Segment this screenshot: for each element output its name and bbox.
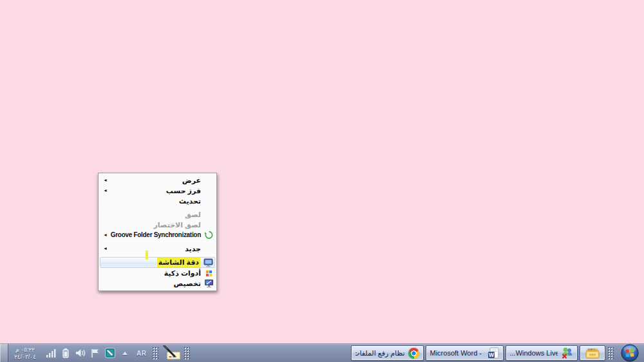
svg-text:W: W [488,352,494,358]
menu-item-new[interactable]: جديد ◄ [99,243,216,254]
menu-item-sort-by[interactable]: فرز حسب ◄ [99,186,216,196]
menu-item-label: دقة الشاشة [157,258,200,267]
screen-resolution-icon [204,258,213,267]
tablet-pen-input-icon[interactable] [160,345,182,361]
taskbar-button-label: ...Windows Live Me [510,349,558,357]
action-center-flag-icon[interactable] [90,348,100,358]
chrome-icon [408,348,419,359]
taskbar-button-windows-live-messenger[interactable]: ...Windows Live Me [506,345,578,361]
submenu-arrow-icon: ◄ [103,175,108,186]
explorer-folder-icon [585,347,600,359]
system-tray: AR [42,348,151,358]
personalize-icon [204,279,214,288]
menu-item-label: جديد [185,245,201,252]
menu-separator [100,255,215,256]
gadgets-icon [204,269,214,278]
network-signal-icon[interactable] [46,348,56,358]
menu-item-label: فرز حسب [166,187,201,195]
menu-item-gadgets[interactable]: أدوات ذكية [99,268,216,278]
menu-item-label: تخصيص [174,280,201,287]
language-indicator[interactable]: AR [135,350,148,357]
toolbar-grip[interactable] [608,347,614,359]
menu-separator [100,207,215,208]
menu-item-groove-folder-sync[interactable]: Groove Folder Synchronization ◄ [99,230,216,240]
submenu-arrow-icon: ◄ [103,230,108,240]
menu-item-label: لصق [185,211,201,218]
menu-item-label: تحديث [179,197,201,205]
menu-item-paste: لصق [99,209,216,220]
desktop-context-menu: عرض ◄ فرز حسب ◄ تحديث لصق لصق الاختصار G… [98,173,217,291]
menu-separator [100,242,215,242]
menu-item-screen-resolution[interactable]: دقة الشاشة [100,257,215,268]
menu-item-label: Groove Folder Synchronization [111,231,201,238]
menu-item-paste-shortcut: لصق الاختصار [99,220,216,230]
messenger-icon [561,347,573,359]
menu-item-refresh[interactable]: تحديث [99,196,216,206]
submenu-arrow-icon: ◄ [103,243,108,254]
menu-item-label: أدوات ذكية [164,269,201,277]
start-button-area [616,344,644,362]
show-hidden-icons-chevron[interactable] [120,348,130,358]
clock-time: ٠٥:٢٢ م [8,347,42,354]
teal-app-tray-icon[interactable] [105,348,115,358]
windows-start-orb[interactable] [621,344,639,362]
show-desktop-button[interactable] [0,344,8,362]
taskbar-button-windows-explorer[interactable] [580,345,605,361]
taskbar: ٠٥:٢٢ م ٢٤/٠٣/٠٤ [0,343,644,362]
taskbar-button-file-upload-system[interactable]: نظام رفع الملفات - م... [351,345,424,361]
menu-item-label: عرض [182,176,201,184]
taskbar-button-microsoft-word[interactable]: Microsoft Word - ... W [426,345,504,361]
menu-item-label: لصق الاختصار [153,221,201,229]
volume-icon[interactable] [75,348,86,358]
taskbar-clock[interactable]: ٠٥:٢٢ م ٢٤/٠٣/٠٤ [8,346,42,361]
battery-icon[interactable] [61,348,71,358]
clock-date: ٢٤/٠٣/٠٤ [8,354,42,361]
toolbar-grip[interactable] [153,347,158,359]
taskbar-button-label: Microsoft Word - ... [430,349,484,357]
yellow-marker-annotation [146,251,148,260]
menu-item-view[interactable]: عرض ◄ [99,175,216,186]
toolbar-grip[interactable] [184,347,190,359]
submenu-arrow-icon: ◄ [103,186,108,196]
menu-item-personalize[interactable]: تخصيص [99,278,216,289]
word-icon: W [488,347,499,359]
desktop-background[interactable] [0,0,644,362]
taskbar-button-label: نظام رفع الملفات - م... [355,349,405,357]
groove-icon [204,231,214,240]
